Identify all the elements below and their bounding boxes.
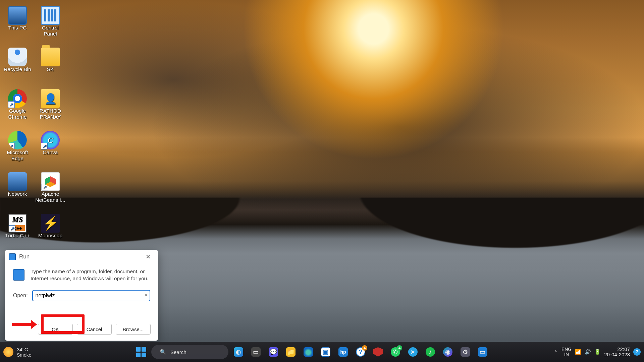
desktop-icon-control-panel[interactable]: Control Panel — [35, 4, 66, 44]
taskbar-copilot[interactable]: ◐ — [231, 345, 246, 359]
shortcut-arrow-icon: ↗ — [41, 143, 48, 149]
taskview-icon: ▭ — [251, 347, 261, 357]
netbeans-icon: ↗ — [41, 172, 60, 191]
run-cancel-button[interactable]: Cancel — [77, 324, 112, 335]
run-titlebar[interactable]: Run ✕ — [5, 250, 158, 263]
shortcut-arrow-icon: ↗ — [8, 143, 15, 149]
chevron-down-icon[interactable]: ▾ — [145, 293, 147, 298]
run-open-combo[interactable]: ▾ — [33, 290, 150, 301]
copilot-icon: ◐ — [234, 347, 243, 357]
desktop-icon-monosnap[interactable]: Monosnap — [35, 212, 66, 252]
run-body: Type the name of a program, folder, docu… — [5, 263, 158, 301]
taskbar-telegram[interactable]: ➤ — [406, 345, 420, 359]
desktop-icon-network[interactable]: Network — [2, 170, 33, 210]
telegram-icon: ➤ — [408, 347, 418, 357]
run-description: Type the name of a program, folder, docu… — [31, 268, 150, 282]
taskbar-file-explorer[interactable]: 📁 — [283, 345, 298, 359]
run-program-icon — [13, 269, 24, 281]
search-icon: 🔍 — [160, 349, 166, 355]
recycle-bin-icon — [8, 48, 27, 66]
taskbar-whatsapp[interactable]: ✆ 4 — [388, 345, 403, 359]
chrome-icon: ↗ — [8, 89, 27, 108]
desktop-icon-turbo-cpp[interactable]: MSC++↗ Turbo C++ — [2, 212, 33, 252]
taskbar-ms-store[interactable]: ▣ — [318, 345, 333, 359]
taskbar-center: 🔍 Search ◐ ▭ 💬 📁 ▣ hp ? 4 ✆ 4 ➤ ♪ ◉ ⚙ ▭ — [73, 345, 551, 359]
desktop-icon-edge[interactable]: ↗ Microsoft Edge — [2, 129, 33, 169]
control-panel-icon — [41, 6, 60, 25]
wifi-icon[interactable]: 📶 — [575, 349, 581, 355]
taskbar[interactable]: 34°C Smoke 🔍 Search ◐ ▭ 💬 📁 ▣ hp ? 4 ✆ 4… — [0, 342, 644, 362]
folder-icon: 📁 — [286, 347, 296, 357]
desktop-icon-chrome[interactable]: ↗ Google Chrome — [2, 87, 33, 127]
system-tray[interactable]: ＾ ENG IN 📶 🔊 🔋 22:07 20-04-2023 7 — [553, 347, 641, 358]
systray-language[interactable]: ENG IN — [561, 347, 572, 357]
canva-icon: C↗ — [41, 131, 60, 149]
icon-label: Network — [8, 191, 27, 197]
desktop-icon-this-pc[interactable]: This PC — [2, 4, 33, 44]
icon-label: Canva — [43, 149, 58, 156]
myhp-icon: hp — [338, 347, 348, 357]
icon-label: Turbo C++ — [5, 233, 30, 239]
icon-label: Monosnap — [38, 233, 62, 239]
taskbar-mcafee[interactable] — [371, 345, 385, 359]
icon-label: Control Panel — [35, 25, 66, 37]
taskbar-browser-app[interactable]: ◉ — [440, 345, 455, 359]
run-ok-button[interactable]: OK — [38, 324, 73, 335]
desktop-icon-user-folder[interactable]: RATHOD PRANAY — [35, 87, 66, 127]
battery-icon[interactable]: 🔋 — [594, 349, 601, 355]
windows-icon — [136, 347, 146, 357]
taskbar-spotify[interactable]: ♪ — [423, 345, 438, 359]
taskbar-search-placeholder: Search — [170, 349, 186, 355]
folder-icon — [41, 48, 60, 66]
turbo-cpp-icon: MSC++↗ — [8, 214, 27, 233]
weather-icon — [3, 347, 13, 357]
shortcut-arrow-icon: ↗ — [42, 184, 48, 190]
desktop-icons-grid: This PC Control Panel Recycle Bin SK ↗ G… — [2, 4, 66, 252]
taskbar-chat[interactable]: 💬 — [266, 345, 281, 359]
run-open-input[interactable] — [33, 290, 150, 301]
run-browse-button[interactable]: Browse... — [116, 324, 151, 335]
desktop-icon-sk-folder[interactable]: SK — [35, 46, 66, 86]
icon-label: Google Chrome — [2, 108, 33, 120]
icon-label: Apache NetBeans I... — [35, 191, 66, 203]
run-dialog[interactable]: Run ✕ Type the name of a program, folder… — [5, 250, 158, 341]
desktop-icon-recycle-bin[interactable]: Recycle Bin — [2, 46, 33, 86]
icon-label: RATHOD PRANAY — [35, 108, 66, 120]
systray-clock[interactable]: 22:07 20-04-2023 — [604, 347, 630, 358]
taskbar-settings[interactable]: ⚙ — [458, 345, 473, 359]
desktop-icon-netbeans[interactable]: ↗ Apache NetBeans I... — [35, 170, 66, 210]
systray-overflow[interactable]: ＾ — [553, 349, 558, 355]
run-close-button[interactable]: ✕ — [140, 251, 156, 262]
browser-icon: ◉ — [443, 347, 452, 357]
taskbar-myhp[interactable]: hp — [336, 345, 351, 359]
icon-label: This PC — [8, 25, 26, 31]
taskbar-taskview[interactable]: ▭ — [249, 345, 263, 359]
mcafee-icon — [373, 347, 383, 357]
gear-icon: ⚙ — [461, 347, 470, 357]
weather-cond: Smoke — [17, 352, 32, 358]
desktop-icon-canva[interactable]: C↗ Canva — [35, 129, 66, 169]
taskbar-hp-support[interactable]: ? 4 — [353, 345, 368, 359]
icon-label: Recycle Bin — [4, 66, 31, 72]
spotify-icon: ♪ — [426, 347, 435, 357]
shortcut-arrow-icon: ↗ — [9, 225, 15, 232]
run-app-icon: ▭ — [478, 347, 487, 357]
run-titlebar-icon — [9, 253, 16, 260]
start-button[interactable] — [134, 345, 149, 359]
chat-icon: 💬 — [269, 347, 278, 357]
edge-icon — [304, 347, 313, 357]
monitor-icon — [8, 6, 27, 25]
user-folder-icon — [41, 89, 60, 108]
taskbar-weather[interactable]: 34°C Smoke — [3, 347, 70, 358]
edge-icon: ↗ — [8, 131, 27, 149]
store-icon: ▣ — [321, 347, 330, 357]
taskbar-search[interactable]: 🔍 Search — [151, 345, 228, 359]
icon-label: SK — [47, 66, 54, 72]
shortcut-arrow-icon: ↗ — [8, 101, 15, 108]
taskbar-run-app[interactable]: ▭ — [475, 345, 490, 359]
systray-notification-count[interactable]: 7 — [633, 348, 641, 356]
volume-icon[interactable]: 🔊 — [585, 349, 591, 355]
monosnap-icon — [41, 214, 60, 233]
taskbar-edge[interactable] — [301, 345, 316, 359]
icon-label: Microsoft Edge — [2, 149, 33, 162]
